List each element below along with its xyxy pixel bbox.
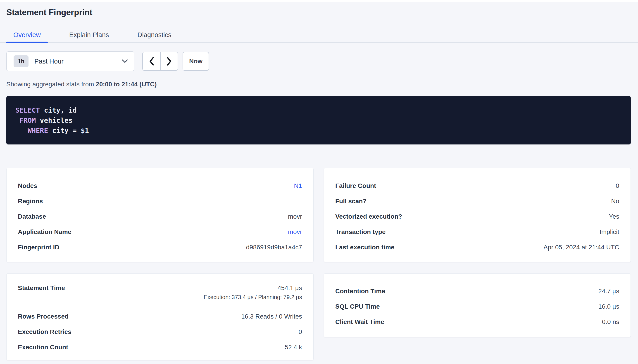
stat-value: 24.7 µs	[598, 288, 619, 295]
stat-value: movr	[288, 213, 302, 220]
chevron-left-icon	[149, 57, 154, 66]
tab-explain-plans-label: Explain Plans	[69, 31, 109, 39]
time-range-selected-value: Past Hour	[35, 58, 122, 65]
timing-breakdown-card: Contention Time 24.7 µs SQL CPU Time 16.…	[324, 273, 631, 337]
sql-line: FROM vehicles	[16, 115, 622, 126]
tab-bar: Overview Explain Plans Diagnostics	[0, 28, 638, 43]
sql-line: WHERE city = $1	[16, 126, 622, 136]
stat-label: Vectorized execution?	[335, 213, 402, 220]
aggregated-stats-range: 20:00 to 21:44 (UTC)	[96, 81, 157, 88]
stat-label: Last execution time	[335, 244, 394, 251]
stat-label: Transaction type	[335, 228, 386, 236]
stat-value: 0	[615, 182, 619, 190]
page-title: Statement Fingerprint	[6, 7, 631, 18]
row-client-wait-time: Client Wait Time 0.0 ns	[335, 314, 619, 330]
stat-label: Regions	[18, 198, 43, 205]
stat-value: No	[611, 198, 619, 205]
stat-value: Apr 05, 2024 at 21:44 UTC	[543, 244, 619, 251]
stat-label: Statement Time	[18, 284, 65, 292]
stat-value: 0	[298, 328, 302, 336]
sql-keyword: WHERE	[28, 126, 48, 134]
stat-label: Contention Time	[335, 288, 385, 295]
row-regions: Regions	[18, 194, 302, 209]
next-interval-button[interactable]	[160, 52, 178, 70]
sql-keyword: SELECT	[16, 106, 40, 114]
stats-cards-grid: Nodes N1 Regions Database movr Applicati…	[6, 168, 631, 360]
row-failure-count: Failure Count 0	[335, 178, 619, 194]
sql-line: SELECT city, id	[16, 105, 622, 115]
sql-keyword: FROM	[20, 116, 36, 124]
tab-diagnostics[interactable]: Diagnostics	[131, 28, 179, 42]
time-range-badge: 1h	[14, 56, 29, 67]
stat-label: Database	[18, 213, 46, 220]
stat-label: Failure Count	[335, 182, 376, 190]
prev-interval-button[interactable]	[143, 52, 160, 70]
now-button[interactable]: Now	[183, 52, 209, 71]
statement-fingerprint-page: Statement Fingerprint Overview Explain P…	[0, 7, 638, 360]
stat-label: Application Name	[18, 228, 71, 236]
row-fingerprint-id: Fingerprint ID d986919d9ba1a4c7	[18, 240, 302, 255]
row-sql-cpu-time: SQL CPU Time 16.0 µs	[335, 299, 619, 314]
statement-performance-card: Statement Time 454.1 µs Execution: 373.4…	[6, 273, 314, 360]
execution-attributes-card: Failure Count 0 Full scan? No Vectorized…	[324, 168, 631, 262]
stat-value: 16.3 Reads / 0 Writes	[241, 313, 302, 320]
application-name-link[interactable]: movr	[288, 228, 302, 236]
stat-label: Rows Processed	[18, 313, 69, 320]
tab-explain-plans[interactable]: Explain Plans	[62, 28, 116, 42]
row-database: Database movr	[18, 209, 302, 224]
stat-value: Implicit	[599, 228, 619, 236]
statement-time-values: 454.1 µs Execution: 373.4 µs / Planning:…	[204, 284, 302, 302]
stat-label: Execution Retries	[18, 328, 72, 336]
row-statement-time: Statement Time 454.1 µs Execution: 373.4…	[18, 284, 302, 309]
tab-overview[interactable]: Overview	[6, 28, 48, 42]
time-picker-row: 1h Past Hour Now	[6, 51, 631, 71]
stat-value: d986919d9ba1a4c7	[246, 244, 302, 251]
row-application-name: Application Name movr	[18, 224, 302, 240]
row-full-scan: Full scan? No	[335, 194, 619, 209]
aggregated-stats-prefix: Showing aggregated stats from	[6, 81, 96, 88]
stat-label: Execution Count	[18, 344, 68, 351]
stat-value: 52.4 k	[285, 344, 302, 351]
aggregated-stats-line: Showing aggregated stats from 20:00 to 2…	[6, 81, 631, 88]
top-strip	[0, 0, 638, 2]
stat-label: Nodes	[18, 182, 37, 190]
tab-diagnostics-label: Diagnostics	[138, 31, 172, 39]
stat-value: 0.0 ns	[602, 318, 619, 326]
stat-label: SQL CPU Time	[335, 303, 380, 310]
row-last-execution-time: Last execution time Apr 05, 2024 at 21:4…	[335, 240, 619, 255]
time-interval-nav	[142, 52, 178, 71]
tab-overview-label: Overview	[13, 31, 41, 39]
row-execution-count: Execution Count 52.4 k	[18, 340, 302, 355]
stat-label: Fingerprint ID	[18, 244, 60, 251]
stat-value: 454.1 µs	[278, 284, 302, 292]
row-contention-time: Contention Time 24.7 µs	[335, 284, 619, 299]
chevron-down-icon	[122, 59, 128, 63]
stat-value: Yes	[609, 213, 619, 220]
chevron-right-icon	[167, 57, 172, 66]
stat-label: Client Wait Time	[335, 318, 384, 326]
nodes-link[interactable]: N1	[294, 182, 302, 190]
stat-value: 16.0 µs	[598, 303, 619, 310]
time-range-dropdown[interactable]: 1h Past Hour	[6, 51, 134, 71]
row-rows-processed: Rows Processed 16.3 Reads / 0 Writes	[18, 309, 302, 324]
row-nodes: Nodes N1	[18, 178, 302, 194]
stat-label: Full scan?	[335, 198, 366, 205]
row-execution-retries: Execution Retries 0	[18, 324, 302, 340]
row-vectorized-execution: Vectorized execution? Yes	[335, 209, 619, 224]
row-transaction-type: Transaction type Implicit	[335, 224, 619, 240]
overview-details-card: Nodes N1 Regions Database movr Applicati…	[6, 168, 314, 262]
stat-subvalue: Execution: 373.4 µs / Planning: 79.2 µs	[204, 292, 302, 302]
sql-statement-box: SELECT city, id FROM vehicles WHERE city…	[6, 96, 631, 144]
